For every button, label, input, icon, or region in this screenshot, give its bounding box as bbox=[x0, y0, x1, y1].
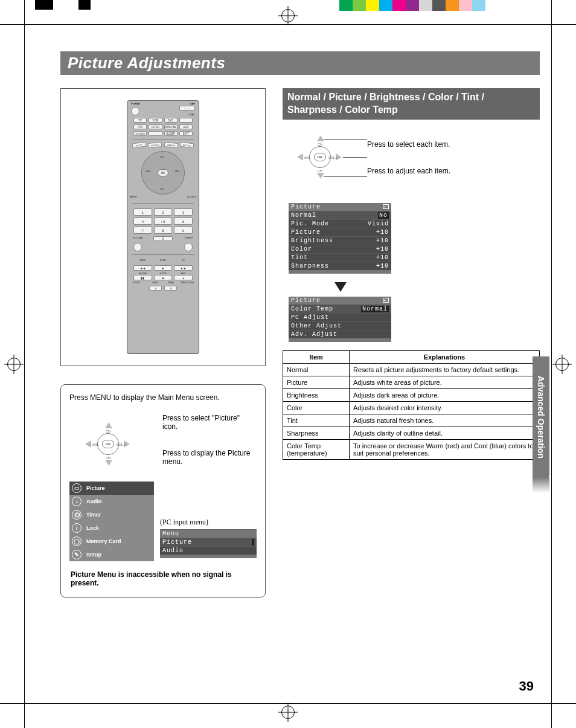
select-item-label: Press to select each item. bbox=[367, 140, 540, 149]
section-tab: Advanced Operation bbox=[533, 356, 549, 477]
down-arrow-icon bbox=[334, 282, 347, 292]
main-menu-item: ⏻Timer bbox=[69, 508, 154, 521]
main-menu-item: ▭Picture bbox=[69, 482, 154, 495]
adjust-item-label: Press to adjust each item. bbox=[367, 167, 540, 175]
warning-text: Picture Menu is inaccessible when no sig… bbox=[69, 567, 257, 588]
right-column: Normal / Picture / Brightness / Color / … bbox=[283, 88, 540, 598]
nav-pad-diagram: OK CH CH - VOL VOL + bbox=[74, 416, 135, 469]
left-column: POWER SAP ○ ○ ○ LIGHT TV VCR DVD DTV RCV… bbox=[60, 88, 266, 598]
pc-menu-osd: Menu Picture Audio bbox=[160, 529, 257, 558]
page-content: Picture Adjustments POWER SAP ○ ○ ○ LIGH… bbox=[60, 51, 540, 692]
menu-instructions-box: Press MENU to display the Main Menu scre… bbox=[60, 384, 266, 598]
page-number: 39 bbox=[519, 678, 534, 694]
main-menu-item: ◯Memory Card bbox=[69, 535, 154, 548]
main-menu-item: iLock bbox=[69, 521, 154, 535]
section-heading: Normal / Picture / Brightness / Color / … bbox=[283, 88, 540, 120]
remote-illustration: POWER SAP ○ ○ ○ LIGHT TV VCR DVD DTV RCV… bbox=[60, 88, 266, 366]
select-picture-text: Press to select "Picture" icon. bbox=[162, 414, 257, 431]
picture-osd-1: PictureNormalNoPic. ModeVividPicture+10B… bbox=[289, 203, 391, 274]
picture-osd-2: PictureColor TempNormalPC AdjustOther Ad… bbox=[289, 297, 391, 342]
main-menu-item: ✎Setup bbox=[69, 548, 154, 561]
menu-intro-text: Press MENU to display the Main Menu scre… bbox=[69, 393, 257, 402]
pc-input-caption: (PC input menu) bbox=[160, 518, 257, 527]
page-title: Picture Adjustments bbox=[60, 51, 540, 75]
main-menu-item: ♪Audio bbox=[69, 495, 154, 508]
nav-pad-diagram-right: OK CH CH - VOL VOL + bbox=[286, 129, 359, 187]
explanations-table: ItemExplanationsNormalResets all picture… bbox=[283, 350, 540, 460]
main-menu-list: ▭Picture♪Audio⏻TimeriLock◯Memory Card✎Se… bbox=[69, 482, 154, 561]
display-picture-text: Press to display the Picture menu. bbox=[162, 449, 257, 466]
